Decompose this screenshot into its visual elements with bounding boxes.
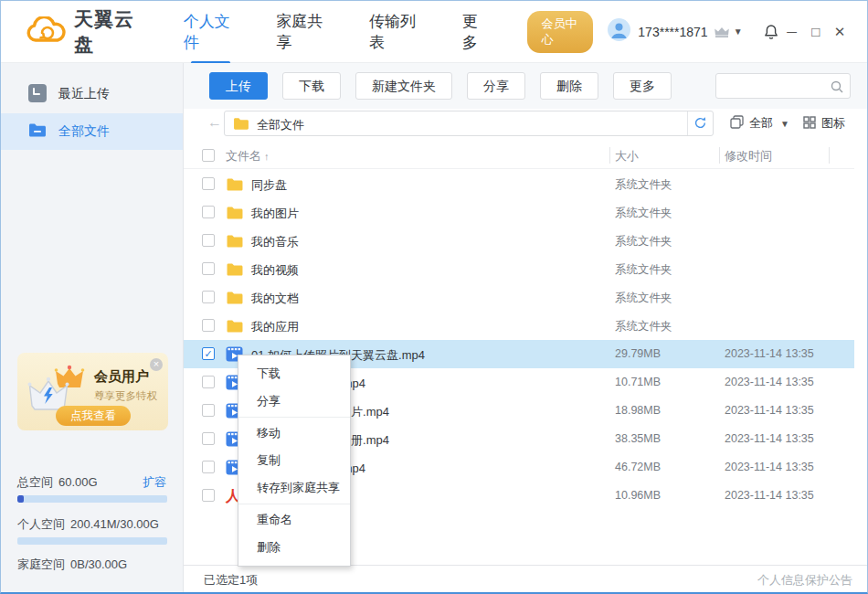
- menu-divider: [238, 504, 350, 504]
- file-size: 系统文件夹: [615, 177, 672, 193]
- file-date: 2023-11-14 13:35: [725, 489, 814, 502]
- folder-icon: [226, 290, 244, 305]
- context-menu-item-move[interactable]: 移动: [238, 419, 350, 447]
- select-all-checkbox[interactable]: [202, 149, 215, 162]
- table-row[interactable]: 我的视频系统文件夹: [184, 255, 854, 283]
- row-checkbox[interactable]: [202, 234, 215, 247]
- sidebar-item-all-files[interactable]: 全部文件: [1, 113, 183, 150]
- layers-icon: [730, 115, 744, 132]
- download-button[interactable]: 下载: [282, 72, 341, 100]
- file-size: 系统文件夹: [615, 262, 672, 278]
- vip-promo-banner[interactable]: × 会员用户 尊享更多特权 点我查看: [17, 353, 168, 430]
- sidebar-item-recent-uploads[interactable]: 最近上传: [1, 76, 183, 112]
- view-label: 图标: [821, 115, 845, 132]
- personal-space-label: 个人空间: [17, 517, 65, 531]
- search-input[interactable]: [724, 76, 826, 96]
- new-folder-button[interactable]: 新建文件夹: [355, 72, 452, 100]
- table-row[interactable]: 同步盘系统文件夹: [184, 170, 854, 198]
- more-button[interactable]: 更多: [613, 72, 672, 100]
- folder-icon: [226, 233, 244, 249]
- folder-icon: [226, 261, 244, 277]
- row-checkbox[interactable]: [202, 376, 215, 388]
- table-row[interactable]: 我的应用系统文件夹: [184, 312, 854, 340]
- context-menu-item-rename[interactable]: 重命名: [238, 506, 350, 534]
- file-name: 我的音乐: [251, 234, 299, 250]
- expand-storage-link[interactable]: 扩容: [143, 474, 166, 491]
- row-checkbox[interactable]: [202, 404, 215, 417]
- column-header-filename[interactable]: 文件名↑: [226, 148, 270, 164]
- table-row[interactable]: 我的文档系统文件夹: [184, 283, 854, 312]
- app-title: 天翼云盘: [74, 6, 145, 58]
- row-checkbox[interactable]: [202, 291, 215, 303]
- upload-button[interactable]: 上传: [209, 72, 268, 100]
- refresh-button[interactable]: [687, 111, 713, 135]
- nav-tab-family-share[interactable]: 家庭共享: [276, 11, 331, 53]
- row-checkbox[interactable]: [202, 319, 215, 332]
- sidebar-item-label: 最近上传: [58, 86, 110, 102]
- close-button[interactable]: ✕: [829, 24, 851, 40]
- file-date: 2023-11-14 13:35: [725, 432, 814, 445]
- row-checkbox[interactable]: ✓: [202, 347, 215, 360]
- header-right: 会员中心 173****1871 ▼: [527, 11, 851, 53]
- breadcrumb-row: ← 全部文件: [184, 109, 867, 140]
- file-name: 同步盘: [251, 177, 287, 194]
- minimize-button[interactable]: ─: [781, 24, 803, 39]
- column-divider: [829, 147, 830, 164]
- row-checkbox[interactable]: [202, 206, 215, 218]
- context-menu-item-share[interactable]: 分享: [238, 387, 350, 415]
- column-header-size[interactable]: 大小: [615, 148, 639, 164]
- column-divider: [719, 147, 720, 164]
- search-icon[interactable]: [831, 80, 843, 97]
- folder-icon: [233, 117, 249, 134]
- file-size: 29.79MB: [615, 347, 661, 360]
- row-checkbox[interactable]: [202, 432, 215, 445]
- file-name: 我的图片: [251, 206, 299, 222]
- back-arrow-icon[interactable]: ←: [207, 114, 222, 131]
- breadcrumb-path-box[interactable]: 全部文件: [224, 111, 714, 136]
- maximize-button[interactable]: □: [805, 24, 827, 39]
- column-header-date[interactable]: 修改时间: [725, 148, 772, 164]
- row-checkbox[interactable]: [202, 177, 215, 190]
- toolbar-buttons: 上传下载新建文件夹分享删除更多: [209, 72, 686, 100]
- context-menu-item-save-to-family[interactable]: 转存到家庭共享: [238, 474, 350, 502]
- context-menu-item-download[interactable]: 下载: [238, 360, 350, 387]
- table-row[interactable]: 我的音乐系统文件夹: [184, 227, 854, 255]
- context-menu-item-copy[interactable]: 复制: [238, 447, 350, 474]
- file-date: 2023-11-14 13:35: [725, 461, 814, 473]
- delete-button[interactable]: 删除: [540, 72, 598, 100]
- app-header: 天翼云盘 个人文件家庭共享传输列表更多 会员中心 173****1871: [1, 1, 867, 63]
- privacy-notice-link[interactable]: 个人信息保护公告: [757, 572, 852, 589]
- file-type-filter[interactable]: 全部 ▼: [730, 115, 789, 132]
- total-space-label: 总空间: [17, 475, 53, 489]
- row-checkbox[interactable]: [202, 489, 215, 502]
- row-checkbox[interactable]: [202, 262, 215, 275]
- avatar-icon: [608, 18, 630, 45]
- vip-center-button[interactable]: 会员中心: [527, 11, 593, 53]
- column-divider: [609, 147, 610, 164]
- folder-icon: [226, 318, 244, 334]
- table-row[interactable]: 我的图片系统文件夹: [184, 198, 854, 227]
- file-size: 46.72MB: [615, 461, 661, 473]
- promo-close-icon[interactable]: ×: [150, 358, 163, 371]
- file-date: 2023-11-14 13:35: [725, 376, 814, 388]
- row-checkbox[interactable]: [202, 461, 215, 473]
- breadcrumb-path: 全部文件: [257, 117, 304, 133]
- member-crown-icon: [714, 26, 730, 38]
- promo-cta-button[interactable]: 点我查看: [56, 406, 131, 426]
- chevron-down-icon[interactable]: ▼: [734, 27, 743, 37]
- nav-tab-personal-files[interactable]: 个人文件: [184, 11, 238, 53]
- user-account[interactable]: 173****1871 ▼: [608, 18, 742, 45]
- share-button[interactable]: 分享: [467, 72, 525, 100]
- file-date: 2023-11-14 13:35: [725, 347, 814, 360]
- file-name: 我的文档: [251, 291, 299, 307]
- nav-tab-more[interactable]: 更多: [462, 11, 490, 53]
- sidebar: 最近上传 全部文件 ×: [1, 63, 184, 592]
- all-files-folder-icon: [28, 122, 47, 141]
- notifications-bell-icon[interactable]: [763, 24, 779, 40]
- family-space-progressbar: [17, 537, 167, 545]
- view-mode-toggle[interactable]: 图标: [803, 115, 845, 132]
- nav-tab-transfer-list[interactable]: 传输列表: [369, 11, 424, 53]
- context-menu-item-delete[interactable]: 删除: [238, 534, 350, 561]
- cloud-logo-icon: [26, 16, 67, 48]
- family-space-row: 家庭空间0B/30.00G: [17, 557, 127, 573]
